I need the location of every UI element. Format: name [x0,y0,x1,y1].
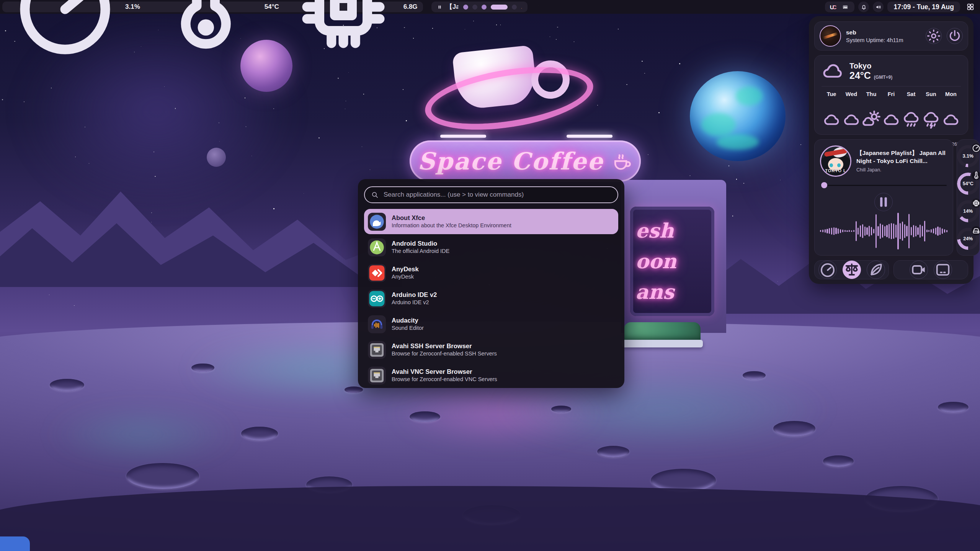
waveform-bar [935,228,936,235]
waveform-bar [835,228,836,234]
notifications-button[interactable] [858,2,869,12]
workspace-dot[interactable] [482,5,487,10]
workspace-indicator[interactable] [458,2,522,12]
gear-icon [926,28,941,44]
forecast-day: Wed 35°/25° [841,91,861,129]
app-list-item[interactable]: Android Studio The official Android IDE [364,235,618,260]
app-list-item[interactable]: Avahi VNC Server Browser Browse for Zero… [364,363,618,388]
pause-icon [875,193,892,211]
stat-item: 3.1% [8,0,140,64]
pause-icon [437,4,443,10]
weather-timezone: (GMT+9) [874,75,892,80]
app-description: Browse for Zeroconf-enabled VNC Servers [392,377,497,383]
waveform-bar [838,228,839,234]
app-list-item[interactable]: Arduino IDE v2 Arduino IDE v2 [364,286,618,311]
waveform-bar [924,221,925,241]
waveform-bar [920,225,921,238]
waveform-bar [882,225,883,238]
track-title: 【Japanese Playlist】 Japan All Night - To… [856,149,947,165]
cafe-window: esh oon ans [630,207,714,316]
seek-handle[interactable] [821,182,827,188]
waveform-bar [877,226,879,236]
waveform-bar [891,223,892,239]
grid-apps-icon[interactable] [966,3,975,11]
settings-button[interactable] [926,28,942,44]
waveform-bar [897,213,898,249]
avatar[interactable] [820,25,841,47]
app-list: About Xfce Information about the Xfce De… [364,209,618,388]
workspace-dot[interactable] [512,5,517,10]
waveform-bar [822,230,823,232]
waveform-bar [946,230,947,232]
seek-slider[interactable] [820,182,947,188]
capture-button[interactable] [934,261,952,279]
waveform-bar [942,228,943,234]
top-panel: 3.1% 54°C 6.8G 【Japanese Playlist】 J... [0,0,980,14]
stat-item: 6.8G [286,0,418,64]
power-button[interactable] [947,28,963,44]
workspace-dot[interactable] [472,5,477,10]
chip-icon [286,0,401,64]
hedge [624,322,701,342]
coffee-cup-icon [611,150,633,172]
search-bar[interactable] [364,186,618,203]
waveform-bar [862,224,863,238]
workspace-dot[interactable] [463,5,468,10]
waveform-bar [884,226,885,236]
teal-glow [46,406,237,463]
clock[interactable]: 17:09 - Tue, 19 Aug [887,2,960,12]
app-list-item[interactable]: About Xfce Information about the Xfce De… [364,209,618,234]
waveform-bar [875,214,877,248]
forecast-row: Tue 33°/24° Wed 35°/25° Thu 33°/26° Fri [822,91,961,129]
neon-sign: Space Coffee [410,140,641,182]
capture-button[interactable] [910,261,928,279]
screenshot-icon [934,261,952,279]
app-list-item[interactable]: Avahi SSH Server Browser Browse for Zero… [364,337,618,362]
app-list-item[interactable]: AnyDesk AnyDesk [364,260,618,285]
stat-value: 3.1% [125,3,140,11]
leaf-icon [867,261,885,279]
workspace-dot[interactable] [491,5,508,10]
dashboard-panel: seb System Uptime: 4h11m Tokyo 24°C (GMT… [809,16,973,284]
app-name: AnyDesk [392,266,419,272]
waveform-bar [915,226,916,236]
search-input[interactable] [383,191,611,199]
clock-label: 17:09 - Tue, 19 Aug [893,3,954,11]
stat-value: 6.8G [403,3,418,11]
pause-button[interactable] [874,193,893,211]
track-artist: Chill Japan. [856,167,947,173]
system-stats-pill[interactable]: 3.1% 54°C 6.8G [2,2,423,12]
gauge: 3.1% [957,145,979,167]
systray-pill[interactable]: UC [825,2,855,12]
thermometer-icon [147,0,262,64]
androidstudio-icon [368,238,386,256]
uc-tray-icon[interactable]: UC [830,4,835,10]
waveform-bar [853,230,854,232]
storm-icon [921,101,941,139]
bell-icon [861,4,867,10]
arduino-icon [368,290,386,308]
album-art[interactable]: TOKYO L [820,145,851,177]
waveform-bar [831,228,832,235]
weather-temp: 24°C [849,70,871,81]
volume-button[interactable] [873,2,884,12]
chip-icon [972,199,980,208]
picture-tray-icon[interactable] [841,4,849,10]
forecast-day: Sun 33°/26° [921,91,941,129]
waveform-bar [900,223,901,239]
blue-rock [0,536,30,551]
uptime-label: System Uptime: 4h11m [846,37,921,43]
stat-item: 54°C [147,0,279,64]
waveform-bar [840,229,841,233]
waveform-bar [866,227,867,235]
power-profile-button[interactable] [867,261,885,279]
power-profile-button[interactable] [818,261,837,279]
waveform-bar [893,223,894,239]
power-profile-button[interactable] [843,261,861,279]
app-list-item[interactable]: Audacity Sound Editor [364,311,618,337]
music-player-card: TOKYO L 【Japanese Playlist】 Japan All Ni… [814,139,953,256]
forecast-day: Thu 33°/26° [861,91,881,129]
app-name: Avahi SSH Server Browser [392,342,497,349]
cloud-icon [841,101,861,139]
waveform-bar [826,229,828,233]
